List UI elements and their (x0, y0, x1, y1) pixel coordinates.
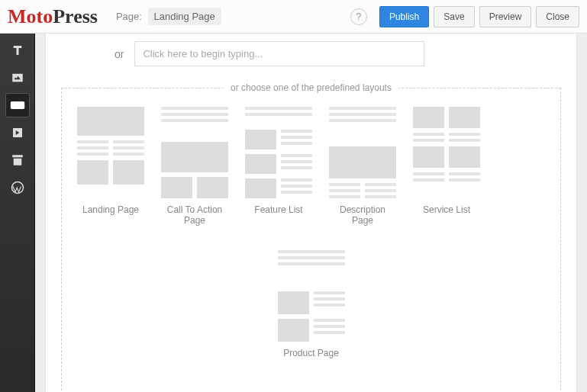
sidebar (0, 34, 35, 392)
layout-label: Product Page (283, 348, 339, 371)
media-tool-icon[interactable] (5, 120, 30, 145)
wordpress-icon[interactable] (5, 175, 30, 200)
layout-label: Service List (423, 204, 470, 227)
button-tool-icon[interactable] (5, 93, 30, 117)
archive-tool-icon[interactable] (5, 148, 30, 172)
layout-feature-list[interactable]: Feature List (245, 107, 312, 227)
layout-label: Description Page (329, 204, 396, 227)
layout-cta-page[interactable]: Call To Action Page (161, 107, 228, 227)
preview-button[interactable]: Preview (479, 6, 532, 27)
content-area: or Click here to begin typing... or choo… (35, 34, 587, 392)
close-button[interactable]: Close (536, 6, 579, 27)
publish-button[interactable]: Publish (379, 6, 429, 27)
layouts-panel: or choose one of the predefined layouts … (61, 88, 561, 392)
page-label: Page: Landing Page (116, 11, 221, 22)
layout-label: Feature List (254, 204, 302, 227)
logo: MotoPress (8, 5, 98, 28)
help-button[interactable]: ? (350, 8, 367, 25)
layout-landing-page[interactable]: Landing Page (77, 107, 144, 227)
layout-product-page[interactable]: Product Page (278, 250, 345, 371)
page-name-field[interactable]: Landing Page (148, 8, 221, 25)
typing-input[interactable]: Click here to begin typing... (134, 41, 424, 66)
page-canvas: or Click here to begin typing... or choo… (46, 34, 576, 392)
layouts-title: or choose one of the predefined layouts (223, 82, 399, 93)
top-bar: MotoPress Page: Landing Page ? Publish S… (0, 0, 587, 34)
layout-label: Landing Page (82, 204, 139, 227)
layout-label: Call To Action Page (161, 204, 228, 227)
or-label: or (114, 48, 124, 60)
save-button[interactable]: Save (434, 6, 474, 27)
layout-description-page[interactable]: Description Page (329, 107, 396, 227)
layout-service-list[interactable]: Service List (413, 107, 480, 227)
text-tool-icon[interactable] (5, 38, 30, 63)
image-tool-icon[interactable] (5, 66, 30, 90)
svg-rect-0 (10, 101, 24, 109)
